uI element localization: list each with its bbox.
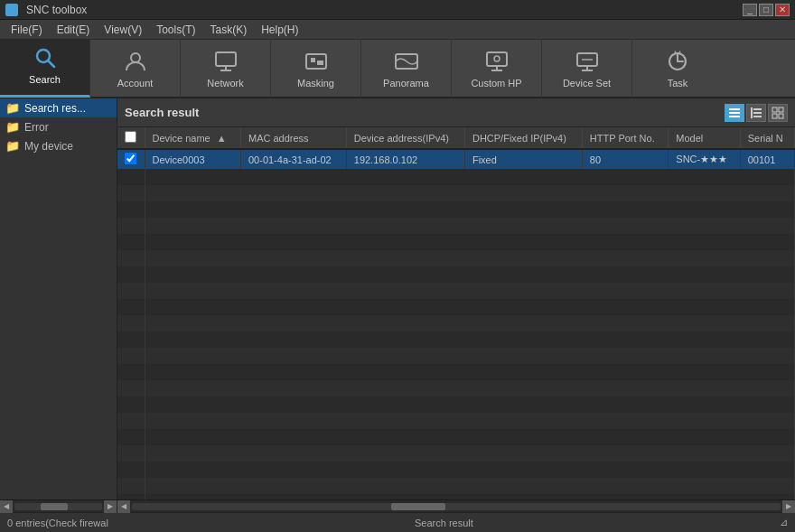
- status-center: Search result: [415, 518, 473, 528]
- table-row[interactable]: [117, 429, 795, 445]
- table-row[interactable]: [117, 185, 795, 201]
- menu-help[interactable]: Help(H): [254, 22, 305, 38]
- view-list-button[interactable]: [725, 104, 744, 122]
- table-container[interactable]: Device name ▲ MAC address Device address…: [117, 127, 795, 499]
- cell-mac-address: 00-01-4a-31-ad-02: [240, 149, 346, 169]
- scroll-left-arrow[interactable]: ◀: [0, 500, 13, 513]
- content-area: Search result: [117, 98, 795, 499]
- toolbar-account[interactable]: Account: [90, 39, 181, 98]
- table-row[interactable]: [117, 445, 795, 462]
- sidebar-item-search-result[interactable]: 📁 Search res...: [0, 98, 117, 117]
- table-row[interactable]: [117, 462, 795, 478]
- col-device-name[interactable]: Device name ▲: [145, 127, 240, 149]
- toolbar-panorama[interactable]: Panorama: [361, 39, 452, 98]
- content-scroll-right-arrow[interactable]: ▶: [782, 500, 795, 513]
- sidebar-item-error[interactable]: 📁 Error: [0, 117, 117, 136]
- list-view-icon: [728, 107, 741, 119]
- table-row[interactable]: [117, 380, 795, 397]
- toolbar-search[interactable]: Search: [0, 39, 90, 98]
- table-row[interactable]: [117, 364, 795, 380]
- sidebar-scrollbar[interactable]: ◀ ▶: [0, 500, 117, 512]
- sidebar-item-my-device[interactable]: 📁 My device: [0, 136, 117, 155]
- status-bar: 0 entries(Check firewal Search result ⊿: [0, 512, 795, 532]
- view-detail-button[interactable]: [746, 104, 766, 122]
- view-grid-button[interactable]: [768, 104, 788, 122]
- table-row[interactable]: [117, 250, 795, 266]
- table-row[interactable]: [117, 331, 795, 348]
- customhp-icon: [484, 49, 510, 74]
- select-all-checkbox[interactable]: [125, 131, 136, 143]
- toolbar-masking[interactable]: Masking: [271, 39, 361, 98]
- close-button[interactable]: ✕: [775, 4, 790, 16]
- table-row[interactable]: [117, 299, 795, 315]
- svg-rect-20: [729, 108, 740, 110]
- col-http-port[interactable]: HTTP Port No.: [582, 127, 669, 149]
- col-mac-address[interactable]: MAC address: [240, 127, 346, 149]
- title-bar: SNC toolbox _ □ ✕: [0, 0, 795, 20]
- cell-dhcp-fixed: Fixed: [464, 149, 582, 169]
- table-body: Device0003 00-01-4a-31-ad-02 192.168.0.1…: [117, 149, 795, 499]
- table-row[interactable]: [117, 478, 795, 494]
- col-device-address[interactable]: Device address(IPv4): [346, 127, 464, 149]
- svg-point-13: [494, 56, 500, 61]
- svg-rect-25: [753, 112, 762, 114]
- content-scroll-thumb[interactable]: [391, 503, 445, 510]
- account-icon: [123, 49, 148, 74]
- masking-icon: [304, 49, 329, 74]
- row-checkbox[interactable]: [125, 153, 136, 164]
- title-text: SNC toolbox: [5, 4, 87, 16]
- menu-edit[interactable]: Edit(E): [50, 22, 98, 38]
- content-scroll-left-arrow[interactable]: ◀: [117, 500, 130, 513]
- toolbar-network[interactable]: Network: [181, 39, 271, 98]
- menu-file[interactable]: File(F): [4, 22, 50, 38]
- sidebar-scroll-track[interactable]: [14, 503, 102, 510]
- menu-view[interactable]: View(V): [97, 22, 149, 38]
- toolbar: Search Account Network Masking Panoram: [0, 40, 795, 98]
- toolbar-custom-hp[interactable]: Custom HP: [452, 39, 542, 98]
- toolbar-task[interactable]: Task: [632, 39, 723, 98]
- cell-model: SNC-★★★: [669, 149, 740, 169]
- table-row[interactable]: [117, 397, 795, 413]
- table-row[interactable]: [117, 169, 795, 185]
- svg-rect-3: [216, 52, 236, 66]
- menu-tools[interactable]: Tools(T): [149, 22, 202, 38]
- table-row[interactable]: [117, 413, 795, 429]
- cell-checkbox[interactable]: [117, 149, 145, 169]
- col-model[interactable]: Model: [669, 127, 740, 149]
- table-row[interactable]: [117, 218, 795, 234]
- table-row[interactable]: [117, 494, 795, 499]
- network-icon: [213, 49, 238, 74]
- folder-icon-error: 📁: [5, 120, 20, 134]
- content-scroll-track[interactable]: [132, 503, 781, 510]
- table-row[interactable]: [117, 315, 795, 331]
- view-controls: [725, 104, 788, 122]
- content-header: Search result: [117, 98, 795, 127]
- col-serial[interactable]: Serial N: [740, 127, 794, 149]
- panorama-icon: [394, 49, 419, 74]
- maximize-button[interactable]: □: [759, 4, 773, 16]
- deviceset-icon: [575, 49, 600, 74]
- app-icon: [5, 4, 18, 16]
- table-row[interactable]: Device0003 00-01-4a-31-ad-02 192.168.0.1…: [117, 149, 795, 169]
- folder-icon-mydevice: 📁: [5, 139, 20, 153]
- toolbar-device-set[interactable]: Device Set: [542, 39, 632, 98]
- svg-point-2: [131, 53, 140, 62]
- col-dhcp-fixed[interactable]: DHCP/Fixed IP(IPv4): [464, 127, 582, 149]
- table-row[interactable]: [117, 283, 795, 299]
- table-row[interactable]: [117, 201, 795, 218]
- scroll-right-arrow[interactable]: ▶: [104, 500, 117, 513]
- sidebar: 📁 Search res... 📁 Error 📁 My device: [0, 98, 117, 499]
- content-scrollbar[interactable]: ◀ ▶: [117, 500, 795, 512]
- table-row[interactable]: [117, 348, 795, 364]
- svg-rect-22: [729, 116, 740, 117]
- table-row[interactable]: [117, 234, 795, 250]
- table-row[interactable]: [117, 266, 795, 283]
- sort-arrow-device-name: ▲: [217, 133, 227, 144]
- content-title: Search result: [125, 106, 199, 119]
- svg-rect-7: [311, 58, 315, 62]
- svg-rect-21: [729, 112, 740, 114]
- sidebar-scroll-thumb[interactable]: [41, 503, 68, 510]
- menu-task[interactable]: Task(K): [203, 22, 255, 38]
- table-header-row: Device name ▲ MAC address Device address…: [117, 127, 795, 149]
- minimize-button[interactable]: _: [743, 4, 757, 16]
